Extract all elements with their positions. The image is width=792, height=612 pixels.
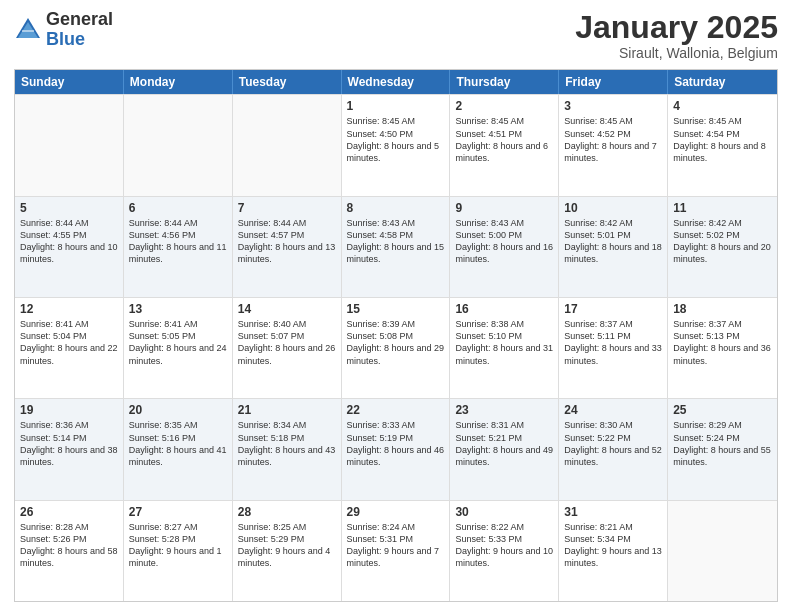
cell-info: Sunrise: 8:29 AM Sunset: 5:24 PM Dayligh… xyxy=(673,419,772,468)
day-number: 2 xyxy=(455,98,553,114)
cal-week-row: 12Sunrise: 8:41 AM Sunset: 5:04 PM Dayli… xyxy=(15,297,777,398)
day-number: 23 xyxy=(455,402,553,418)
day-number: 1 xyxy=(347,98,445,114)
day-number: 24 xyxy=(564,402,662,418)
day-number: 15 xyxy=(347,301,445,317)
cell-info: Sunrise: 8:34 AM Sunset: 5:18 PM Dayligh… xyxy=(238,419,336,468)
day-cell-9: 9Sunrise: 8:43 AM Sunset: 5:00 PM Daylig… xyxy=(450,197,559,297)
weekday-header-sunday: Sunday xyxy=(15,70,124,94)
day-number: 28 xyxy=(238,504,336,520)
weekday-header-friday: Friday xyxy=(559,70,668,94)
weekday-header-wednesday: Wednesday xyxy=(342,70,451,94)
day-number: 9 xyxy=(455,200,553,216)
weekday-header-tuesday: Tuesday xyxy=(233,70,342,94)
cal-week-row: 1Sunrise: 8:45 AM Sunset: 4:50 PM Daylig… xyxy=(15,94,777,195)
day-number: 29 xyxy=(347,504,445,520)
day-cell-5: 5Sunrise: 8:44 AM Sunset: 4:55 PM Daylig… xyxy=(15,197,124,297)
cal-week-row: 19Sunrise: 8:36 AM Sunset: 5:14 PM Dayli… xyxy=(15,398,777,499)
cell-info: Sunrise: 8:45 AM Sunset: 4:50 PM Dayligh… xyxy=(347,115,445,164)
cell-info: Sunrise: 8:44 AM Sunset: 4:57 PM Dayligh… xyxy=(238,217,336,266)
day-number: 3 xyxy=(564,98,662,114)
cell-info: Sunrise: 8:39 AM Sunset: 5:08 PM Dayligh… xyxy=(347,318,445,367)
cell-info: Sunrise: 8:43 AM Sunset: 4:58 PM Dayligh… xyxy=(347,217,445,266)
day-cell-30: 30Sunrise: 8:22 AM Sunset: 5:33 PM Dayli… xyxy=(450,501,559,601)
day-cell-20: 20Sunrise: 8:35 AM Sunset: 5:16 PM Dayli… xyxy=(124,399,233,499)
cal-week-row: 5Sunrise: 8:44 AM Sunset: 4:55 PM Daylig… xyxy=(15,196,777,297)
day-cell-1: 1Sunrise: 8:45 AM Sunset: 4:50 PM Daylig… xyxy=(342,95,451,195)
day-cell-18: 18Sunrise: 8:37 AM Sunset: 5:13 PM Dayli… xyxy=(668,298,777,398)
cell-info: Sunrise: 8:37 AM Sunset: 5:11 PM Dayligh… xyxy=(564,318,662,367)
day-cell-10: 10Sunrise: 8:42 AM Sunset: 5:01 PM Dayli… xyxy=(559,197,668,297)
day-cell-6: 6Sunrise: 8:44 AM Sunset: 4:56 PM Daylig… xyxy=(124,197,233,297)
cell-info: Sunrise: 8:24 AM Sunset: 5:31 PM Dayligh… xyxy=(347,521,445,570)
day-cell-11: 11Sunrise: 8:42 AM Sunset: 5:02 PM Dayli… xyxy=(668,197,777,297)
header: General Blue January 2025 Sirault, Wallo… xyxy=(14,10,778,61)
day-cell-29: 29Sunrise: 8:24 AM Sunset: 5:31 PM Dayli… xyxy=(342,501,451,601)
day-cell-14: 14Sunrise: 8:40 AM Sunset: 5:07 PM Dayli… xyxy=(233,298,342,398)
day-cell-24: 24Sunrise: 8:30 AM Sunset: 5:22 PM Dayli… xyxy=(559,399,668,499)
cell-info: Sunrise: 8:28 AM Sunset: 5:26 PM Dayligh… xyxy=(20,521,118,570)
cell-info: Sunrise: 8:38 AM Sunset: 5:10 PM Dayligh… xyxy=(455,318,553,367)
day-cell-3: 3Sunrise: 8:45 AM Sunset: 4:52 PM Daylig… xyxy=(559,95,668,195)
day-cell-27: 27Sunrise: 8:27 AM Sunset: 5:28 PM Dayli… xyxy=(124,501,233,601)
location: Sirault, Wallonia, Belgium xyxy=(575,45,778,61)
cell-info: Sunrise: 8:35 AM Sunset: 5:16 PM Dayligh… xyxy=(129,419,227,468)
day-number: 5 xyxy=(20,200,118,216)
day-number: 10 xyxy=(564,200,662,216)
calendar-body: 1Sunrise: 8:45 AM Sunset: 4:50 PM Daylig… xyxy=(15,94,777,601)
day-cell-31: 31Sunrise: 8:21 AM Sunset: 5:34 PM Dayli… xyxy=(559,501,668,601)
cell-info: Sunrise: 8:33 AM Sunset: 5:19 PM Dayligh… xyxy=(347,419,445,468)
day-number: 31 xyxy=(564,504,662,520)
cell-info: Sunrise: 8:31 AM Sunset: 5:21 PM Dayligh… xyxy=(455,419,553,468)
empty-cell xyxy=(668,501,777,601)
day-number: 18 xyxy=(673,301,772,317)
logo-general-text: General xyxy=(46,10,113,30)
logo-icon xyxy=(14,16,42,44)
day-cell-2: 2Sunrise: 8:45 AM Sunset: 4:51 PM Daylig… xyxy=(450,95,559,195)
weekday-header-thursday: Thursday xyxy=(450,70,559,94)
day-number: 30 xyxy=(455,504,553,520)
day-number: 12 xyxy=(20,301,118,317)
day-number: 11 xyxy=(673,200,772,216)
day-cell-12: 12Sunrise: 8:41 AM Sunset: 5:04 PM Dayli… xyxy=(15,298,124,398)
day-cell-19: 19Sunrise: 8:36 AM Sunset: 5:14 PM Dayli… xyxy=(15,399,124,499)
day-cell-26: 26Sunrise: 8:28 AM Sunset: 5:26 PM Dayli… xyxy=(15,501,124,601)
day-cell-15: 15Sunrise: 8:39 AM Sunset: 5:08 PM Dayli… xyxy=(342,298,451,398)
cell-info: Sunrise: 8:44 AM Sunset: 4:56 PM Dayligh… xyxy=(129,217,227,266)
cell-info: Sunrise: 8:43 AM Sunset: 5:00 PM Dayligh… xyxy=(455,217,553,266)
day-number: 16 xyxy=(455,301,553,317)
day-cell-22: 22Sunrise: 8:33 AM Sunset: 5:19 PM Dayli… xyxy=(342,399,451,499)
cell-info: Sunrise: 8:45 AM Sunset: 4:54 PM Dayligh… xyxy=(673,115,772,164)
day-number: 8 xyxy=(347,200,445,216)
day-number: 21 xyxy=(238,402,336,418)
title-block: January 2025 Sirault, Wallonia, Belgium xyxy=(575,10,778,61)
cell-info: Sunrise: 8:41 AM Sunset: 5:04 PM Dayligh… xyxy=(20,318,118,367)
cell-info: Sunrise: 8:40 AM Sunset: 5:07 PM Dayligh… xyxy=(238,318,336,367)
svg-rect-2 xyxy=(22,30,34,32)
cell-info: Sunrise: 8:36 AM Sunset: 5:14 PM Dayligh… xyxy=(20,419,118,468)
logo-blue-text: Blue xyxy=(46,30,113,50)
cell-info: Sunrise: 8:45 AM Sunset: 4:52 PM Dayligh… xyxy=(564,115,662,164)
day-cell-28: 28Sunrise: 8:25 AM Sunset: 5:29 PM Dayli… xyxy=(233,501,342,601)
cal-week-row: 26Sunrise: 8:28 AM Sunset: 5:26 PM Dayli… xyxy=(15,500,777,601)
empty-cell xyxy=(124,95,233,195)
logo: General Blue xyxy=(14,10,113,50)
day-number: 6 xyxy=(129,200,227,216)
cell-info: Sunrise: 8:42 AM Sunset: 5:02 PM Dayligh… xyxy=(673,217,772,266)
empty-cell xyxy=(15,95,124,195)
day-cell-7: 7Sunrise: 8:44 AM Sunset: 4:57 PM Daylig… xyxy=(233,197,342,297)
cell-info: Sunrise: 8:37 AM Sunset: 5:13 PM Dayligh… xyxy=(673,318,772,367)
calendar: SundayMondayTuesdayWednesdayThursdayFrid… xyxy=(14,69,778,602)
page: General Blue January 2025 Sirault, Wallo… xyxy=(0,0,792,612)
day-number: 14 xyxy=(238,301,336,317)
weekday-header-monday: Monday xyxy=(124,70,233,94)
logo-text: General Blue xyxy=(46,10,113,50)
weekday-header-saturday: Saturday xyxy=(668,70,777,94)
cell-info: Sunrise: 8:45 AM Sunset: 4:51 PM Dayligh… xyxy=(455,115,553,164)
cell-info: Sunrise: 8:25 AM Sunset: 5:29 PM Dayligh… xyxy=(238,521,336,570)
day-number: 25 xyxy=(673,402,772,418)
day-number: 7 xyxy=(238,200,336,216)
cell-info: Sunrise: 8:42 AM Sunset: 5:01 PM Dayligh… xyxy=(564,217,662,266)
day-cell-17: 17Sunrise: 8:37 AM Sunset: 5:11 PM Dayli… xyxy=(559,298,668,398)
cell-info: Sunrise: 8:21 AM Sunset: 5:34 PM Dayligh… xyxy=(564,521,662,570)
